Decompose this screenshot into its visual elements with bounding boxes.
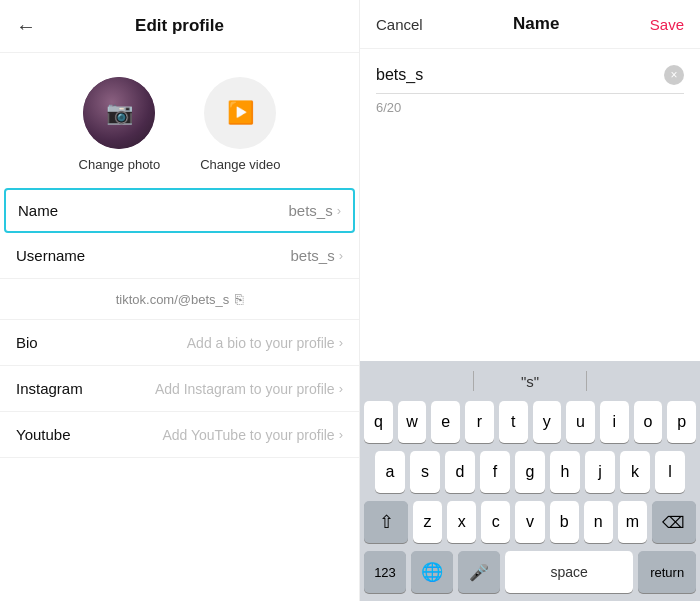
instagram-label: Instagram bbox=[16, 380, 83, 397]
keyboard-row-2: a s d f g h j k l bbox=[364, 451, 696, 493]
right-panel: Cancel Name Save × 6/20 "s" q w e r t bbox=[360, 0, 700, 601]
name-label: Name bbox=[18, 202, 58, 219]
cancel-button[interactable]: Cancel bbox=[376, 16, 423, 33]
return-key[interactable]: return bbox=[638, 551, 696, 593]
key-a[interactable]: a bbox=[375, 451, 405, 493]
keyboard-area: "s" q w e r t y u i o p a s d bbox=[360, 361, 700, 601]
key-b[interactable]: b bbox=[550, 501, 579, 543]
avatar-image: 📷 bbox=[83, 77, 155, 149]
username-label: Username bbox=[16, 247, 85, 264]
bio-label: Bio bbox=[16, 334, 38, 351]
instagram-value-wrap: Add Instagram to your profile › bbox=[155, 381, 343, 397]
bio-placeholder: Add a bio to your profile bbox=[187, 335, 335, 351]
space-key[interactable]: space bbox=[505, 551, 633, 593]
username-value-wrap: bets_s › bbox=[290, 247, 343, 264]
key-w[interactable]: w bbox=[398, 401, 427, 443]
right-title: Name bbox=[513, 14, 559, 34]
key-s[interactable]: s bbox=[410, 451, 440, 493]
left-panel: ← Edit profile 📷 Change photo ▶️ Change … bbox=[0, 0, 360, 601]
key-e[interactable]: e bbox=[431, 401, 460, 443]
right-header: Cancel Name Save bbox=[360, 0, 700, 49]
back-button[interactable]: ← bbox=[16, 15, 36, 38]
key-n[interactable]: n bbox=[584, 501, 613, 543]
change-video-item[interactable]: ▶️ Change video bbox=[200, 77, 280, 172]
key-m[interactable]: m bbox=[618, 501, 647, 543]
autocomplete-center[interactable]: "s" bbox=[474, 373, 587, 390]
key-z[interactable]: z bbox=[413, 501, 442, 543]
name-input[interactable] bbox=[376, 66, 664, 84]
camera-icon: 📷 bbox=[106, 100, 133, 126]
key-o[interactable]: o bbox=[634, 401, 663, 443]
youtube-chevron-icon: › bbox=[339, 427, 343, 442]
copy-icon[interactable]: ⎘ bbox=[235, 291, 243, 307]
name-chevron-icon: › bbox=[337, 203, 341, 218]
num-key[interactable]: 123 bbox=[364, 551, 406, 593]
key-t[interactable]: t bbox=[499, 401, 528, 443]
name-field[interactable]: Name bets_s › bbox=[4, 188, 355, 233]
key-u[interactable]: u bbox=[566, 401, 595, 443]
change-video-label: Change video bbox=[200, 157, 280, 172]
name-input-area: × 6/20 bbox=[360, 49, 700, 121]
bio-field[interactable]: Bio Add a bio to your profile › bbox=[0, 320, 359, 366]
key-f[interactable]: f bbox=[480, 451, 510, 493]
instagram-field[interactable]: Instagram Add Instagram to your profile … bbox=[0, 366, 359, 412]
tiktok-link-text: tiktok.com/@bets_s bbox=[116, 292, 230, 307]
change-photo-item[interactable]: 📷 Change photo bbox=[79, 77, 161, 172]
key-h[interactable]: h bbox=[550, 451, 580, 493]
youtube-value-wrap: Add YouTube to your profile › bbox=[162, 427, 343, 443]
video-icon: ▶️ bbox=[227, 100, 254, 126]
key-y[interactable]: y bbox=[533, 401, 562, 443]
globe-key[interactable]: 🌐 bbox=[411, 551, 453, 593]
backspace-key[interactable]: ⌫ bbox=[652, 501, 696, 543]
key-i[interactable]: i bbox=[600, 401, 629, 443]
clear-button[interactable]: × bbox=[664, 65, 684, 85]
char-count: 6/20 bbox=[376, 94, 684, 121]
username-field[interactable]: Username bets_s › bbox=[0, 233, 359, 279]
bio-value-wrap: Add a bio to your profile › bbox=[187, 335, 343, 351]
name-input-wrap: × bbox=[376, 65, 684, 94]
keyboard-row-1: q w e r t y u i o p bbox=[364, 401, 696, 443]
keyboard-row-3: ⇧ z x c v b n m ⌫ bbox=[364, 501, 696, 543]
key-v[interactable]: v bbox=[515, 501, 544, 543]
youtube-field[interactable]: Youtube Add YouTube to your profile › bbox=[0, 412, 359, 458]
key-g[interactable]: g bbox=[515, 451, 545, 493]
username-value: bets_s bbox=[290, 247, 334, 264]
key-p[interactable]: p bbox=[667, 401, 696, 443]
key-x[interactable]: x bbox=[447, 501, 476, 543]
autocomplete-bar: "s" bbox=[360, 361, 700, 397]
youtube-label: Youtube bbox=[16, 426, 71, 443]
key-l[interactable]: l bbox=[655, 451, 685, 493]
save-button[interactable]: Save bbox=[650, 16, 684, 33]
youtube-placeholder: Add YouTube to your profile bbox=[162, 427, 334, 443]
bio-chevron-icon: › bbox=[339, 335, 343, 350]
tiktok-link-row: tiktok.com/@bets_s ⎘ bbox=[0, 279, 359, 320]
shift-key[interactable]: ⇧ bbox=[364, 501, 408, 543]
key-c[interactable]: c bbox=[481, 501, 510, 543]
key-j[interactable]: j bbox=[585, 451, 615, 493]
video-circle[interactable]: ▶️ bbox=[204, 77, 276, 149]
left-title: Edit profile bbox=[135, 16, 224, 36]
autocomplete-divider-right bbox=[586, 371, 587, 391]
instagram-chevron-icon: › bbox=[339, 381, 343, 396]
change-photo-label: Change photo bbox=[79, 157, 161, 172]
keyboard-bottom-row: 123 🌐 🎤 space return bbox=[360, 543, 700, 601]
key-r[interactable]: r bbox=[465, 401, 494, 443]
name-value: bets_s bbox=[288, 202, 332, 219]
key-q[interactable]: q bbox=[364, 401, 393, 443]
media-section: 📷 Change photo ▶️ Change video bbox=[0, 53, 359, 188]
avatar[interactable]: 📷 bbox=[83, 77, 155, 149]
key-k[interactable]: k bbox=[620, 451, 650, 493]
key-d[interactable]: d bbox=[445, 451, 475, 493]
left-header: ← Edit profile bbox=[0, 0, 359, 53]
keyboard-rows: q w e r t y u i o p a s d f g h j k bbox=[360, 397, 700, 543]
username-chevron-icon: › bbox=[339, 248, 343, 263]
name-value-wrap: bets_s › bbox=[288, 202, 341, 219]
mic-key[interactable]: 🎤 bbox=[458, 551, 500, 593]
instagram-placeholder: Add Instagram to your profile bbox=[155, 381, 335, 397]
